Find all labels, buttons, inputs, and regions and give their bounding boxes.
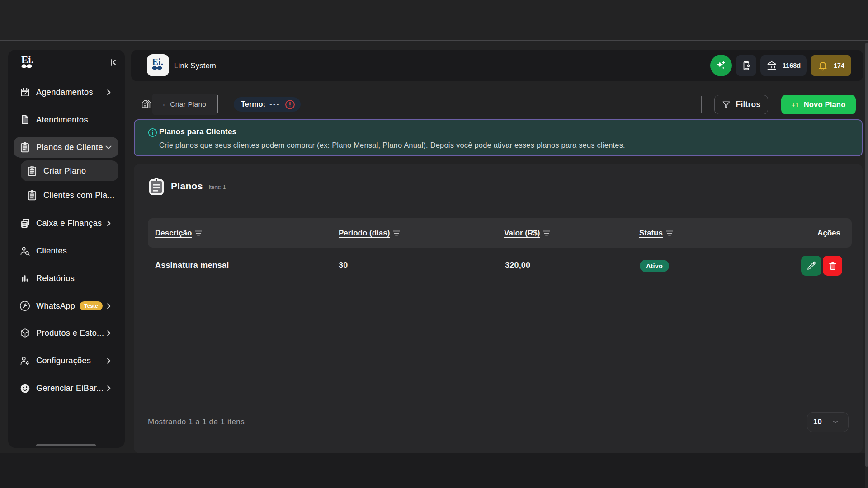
svg-text:Ei.: Ei. xyxy=(152,56,163,67)
svg-text:Ei.: Ei. xyxy=(21,54,33,66)
